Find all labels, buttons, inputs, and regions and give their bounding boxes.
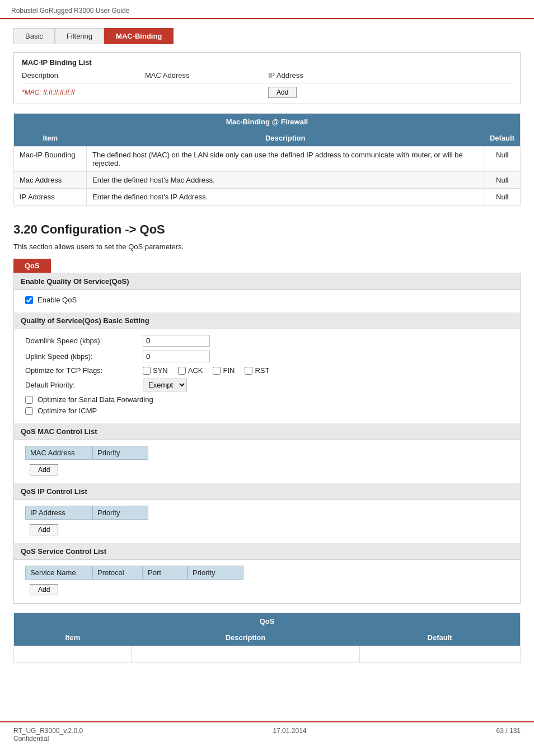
mac-binding-info-table: Mac-Binding @ Firewall Item Description … bbox=[13, 113, 521, 206]
service-add-button[interactable]: Add bbox=[30, 584, 58, 595]
tcp-flags-row: Optimize for TCP Flags: SYN ACK FIN bbox=[25, 366, 509, 375]
uplink-label: Uplink Speed (kbps): bbox=[25, 352, 137, 361]
svc-col-protocol: Protocol bbox=[92, 566, 143, 580]
flag-fin: FIN bbox=[213, 366, 235, 375]
mac-col-priority: Priority bbox=[92, 446, 148, 460]
enable-qos-header: Enable Quality Of Service(QoS) bbox=[14, 273, 520, 290]
section-description: This section allows users to set the QoS… bbox=[13, 242, 521, 251]
downlink-row: Downlink Speed (kbps): bbox=[25, 335, 509, 347]
fin-checkbox[interactable] bbox=[213, 367, 221, 375]
mac-add-button[interactable]: Add bbox=[30, 464, 58, 475]
row-item: IP Address bbox=[14, 189, 87, 206]
flag-syn: SYN bbox=[143, 366, 168, 375]
bottom-col-description: Description bbox=[132, 629, 359, 646]
flag-rst: RST bbox=[245, 366, 269, 375]
svc-col-name: Service Name bbox=[25, 566, 92, 580]
uplink-input[interactable] bbox=[143, 351, 210, 362]
bottom-col-default: Default bbox=[359, 629, 520, 646]
row-description: Enter the defined host's Mac Address. bbox=[87, 172, 484, 189]
bottom-row-empty-default bbox=[359, 646, 520, 663]
footer-confidential: Confidential bbox=[13, 735, 83, 743]
page-footer: RT_UG_R3000_v.2.0.0 Confidential 17.01.2… bbox=[0, 721, 534, 747]
tcp-flags-label: Optimize for TCP Flags: bbox=[25, 366, 137, 375]
col-mac-address: MAC Address bbox=[145, 71, 235, 80]
footer-left: RT_UG_R3000_v.2.0.0 Confidential bbox=[13, 727, 83, 743]
ip-control-list-header: IP Address Priority bbox=[25, 506, 509, 520]
bottom-col-item: Item bbox=[14, 629, 132, 646]
tab-basic[interactable]: Basic bbox=[13, 28, 55, 44]
downlink-input[interactable] bbox=[143, 335, 210, 347]
flag-ack: ACK bbox=[178, 366, 203, 375]
qos-service-header: QoS Service Control List bbox=[14, 543, 520, 560]
svc-col-port: Port bbox=[143, 566, 188, 580]
icmp-label: Optimize for ICMP bbox=[38, 407, 97, 415]
mac-ip-add-button[interactable]: Add bbox=[268, 87, 297, 98]
qos-mac-header: QoS MAC Control List bbox=[14, 423, 520, 440]
mac-placeholder: *MAC: ff:ff:ff:ff:ff:ff bbox=[22, 88, 111, 96]
bottom-table-row bbox=[14, 646, 521, 663]
tab-filtering[interactable]: Filtering bbox=[55, 28, 104, 44]
mac-ip-row: *MAC: ff:ff:ff:ff:ff:ff Add bbox=[22, 87, 512, 98]
svc-col-priority: Priority bbox=[188, 566, 243, 580]
qos-ip-body: IP Address Priority Add bbox=[14, 500, 520, 543]
col-header-description: Description bbox=[87, 130, 484, 147]
icmp-checkbox[interactable] bbox=[25, 407, 33, 415]
tab-mac-binding[interactable]: MAC-Binding bbox=[104, 28, 174, 44]
footer-page: 63 / 131 bbox=[496, 727, 521, 743]
table-row: Mac-IP Bounding The defined host (MAC) o… bbox=[14, 147, 521, 172]
serial-checkbox[interactable] bbox=[25, 396, 33, 404]
mac-control-list-header: MAC Address Priority bbox=[25, 446, 509, 460]
bottom-row-empty-desc bbox=[132, 646, 359, 663]
qos-basic-header: Quality of Service(Qos) Basic Setting bbox=[14, 312, 520, 329]
col-description: Description bbox=[22, 71, 111, 80]
qos-tab[interactable]: QoS bbox=[13, 259, 51, 273]
col-ip-address: IP Address bbox=[268, 71, 358, 80]
downlink-label: Downlink Speed (kbps): bbox=[25, 337, 137, 345]
mac-add-row: Add bbox=[25, 462, 509, 478]
main-content: Basic Filtering MAC-Binding MAC-IP Bindi… bbox=[0, 19, 534, 672]
row-default: Null bbox=[484, 147, 521, 172]
serial-row: Optimize for Serial Data Forwarding bbox=[25, 395, 509, 404]
service-add-row: Add bbox=[25, 582, 509, 598]
bottom-row-empty-item bbox=[14, 646, 132, 663]
enable-qos-body: Enable QoS bbox=[14, 290, 520, 312]
qos-ip-header: QoS IP Control List bbox=[14, 483, 520, 500]
ip-add-row: Add bbox=[25, 522, 509, 538]
syn-label: SYN bbox=[153, 366, 168, 375]
default-priority-select[interactable]: Exempt High Medium Low bbox=[143, 379, 187, 391]
default-priority-row: Default Priority: Exempt High Medium Low bbox=[25, 379, 509, 391]
enable-qos-checkbox[interactable] bbox=[25, 296, 33, 304]
fin-label: FIN bbox=[223, 366, 235, 375]
row-description: Enter the defined host's IP Address. bbox=[87, 189, 484, 206]
ip-add-button[interactable]: Add bbox=[30, 524, 58, 535]
service-control-list-header: Service Name Protocol Port Priority bbox=[25, 566, 509, 580]
qos-panel: Enable Quality Of Service(QoS) Enable Qo… bbox=[13, 273, 521, 604]
col-header-item: Item bbox=[14, 130, 87, 147]
ip-col-priority: Priority bbox=[92, 506, 148, 520]
qos-service-body: Service Name Protocol Port Priority Add bbox=[14, 560, 520, 603]
row-default: Null bbox=[484, 189, 521, 206]
icmp-row: Optimize for ICMP bbox=[25, 407, 509, 415]
footer-center: 17.01.2014 bbox=[273, 727, 306, 743]
bottom-table-title: QoS bbox=[14, 613, 521, 630]
syn-checkbox[interactable] bbox=[143, 367, 151, 375]
mac-ip-header: Description MAC Address IP Address bbox=[22, 71, 512, 83]
flag-row: SYN ACK FIN RST bbox=[143, 366, 269, 375]
rst-label: RST bbox=[255, 366, 269, 375]
section-heading: 3.20 Configuration -> QoS bbox=[13, 222, 521, 237]
mac-col-mac: MAC Address bbox=[25, 446, 92, 460]
bottom-qos-table: QoS Item Description Default bbox=[13, 613, 521, 663]
row-item: Mac Address bbox=[14, 172, 87, 189]
col-header-default: Default bbox=[484, 130, 521, 147]
row-description: The defined host (MAC) on the LAN side o… bbox=[87, 147, 484, 172]
row-item: Mac-IP Bounding bbox=[14, 147, 87, 172]
qos-mac-body: MAC Address Priority Add bbox=[14, 440, 520, 483]
tab-bar: Basic Filtering MAC-Binding bbox=[13, 28, 521, 44]
page-header: Robustel GoRugged R3000 User Guide bbox=[0, 0, 534, 19]
default-priority-label: Default Priority: bbox=[25, 381, 137, 389]
mac-ip-binding-title: MAC-IP Binding List bbox=[22, 58, 512, 67]
mac-ip-binding-box: MAC-IP Binding List Description MAC Addr… bbox=[13, 52, 521, 104]
rst-checkbox[interactable] bbox=[245, 367, 252, 375]
ack-checkbox[interactable] bbox=[178, 367, 186, 375]
table-row: IP Address Enter the defined host's IP A… bbox=[14, 189, 521, 206]
